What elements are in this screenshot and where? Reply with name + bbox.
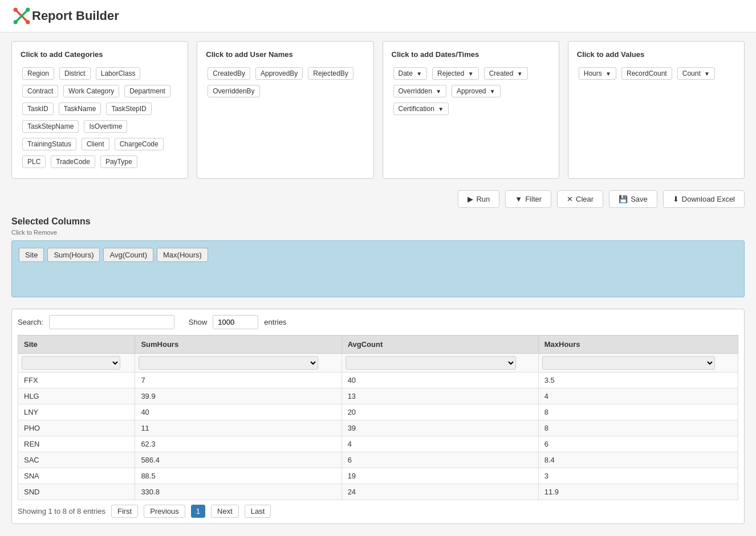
table-row: REN62.346 [18, 436, 738, 452]
table-cell: 39 [342, 420, 538, 436]
tag-button[interactable]: Work Category [63, 85, 119, 97]
tag-button[interactable]: Hours ▼ [579, 67, 616, 80]
tag-button[interactable]: TradeCode [51, 156, 95, 168]
tag-button[interactable]: Approved ▼ [452, 85, 501, 97]
table-header: SumHours [135, 335, 342, 354]
tag-button[interactable]: TaskStepID [106, 103, 151, 115]
table-cell: 13 [342, 388, 538, 404]
dropdown-arrow: ▼ [468, 71, 474, 77]
table-section: Search: Show entries SiteSumHoursAvgCoun… [11, 309, 745, 524]
tag-button[interactable]: TaskID [22, 103, 54, 115]
first-page-button[interactable]: First [111, 505, 138, 518]
table-cell: 40 [342, 373, 538, 388]
tag-button[interactable]: RecordCount [621, 67, 672, 80]
entries-label: entries [264, 318, 286, 326]
selected-column-button[interactable]: Sum(Hours) [47, 248, 100, 262]
tag-button[interactable]: ApprovedBy [255, 67, 303, 80]
dropdown-arrow: ▼ [704, 71, 710, 77]
page-title: Report Builder [32, 9, 119, 23]
table-row: HLG39.9134 [18, 388, 738, 404]
svg-point-4 [14, 20, 18, 24]
table-cell: 8.4 [538, 452, 738, 468]
tag-button[interactable]: Department [124, 85, 170, 97]
tag-button[interactable]: Date ▼ [393, 67, 428, 80]
tag-button[interactable]: Certification ▼ [393, 103, 449, 115]
filter-button[interactable]: ▼ Filter [505, 190, 551, 208]
run-icon: ▶ [468, 195, 473, 203]
table-cell: 6 [342, 452, 538, 468]
tag-button[interactable]: TaskName [59, 103, 101, 115]
clear-icon: ✕ [567, 195, 573, 203]
tag-button[interactable]: Count ▼ [677, 67, 715, 80]
table-cell: 6 [538, 436, 738, 452]
dropdown-arrow: ▼ [438, 106, 444, 112]
tag-button[interactable]: LaborClass [96, 67, 141, 80]
tag-button[interactable]: Created ▼ [484, 67, 528, 80]
table-cell: PHO [18, 420, 135, 436]
tag-button[interactable]: Region [22, 67, 54, 80]
table-header: Site [18, 335, 135, 354]
table-cell: REN [18, 436, 135, 452]
current-page: 1 [191, 505, 205, 518]
dropdown-arrow: ▼ [517, 71, 523, 77]
table-row: LNY40208 [18, 404, 738, 420]
run-button[interactable]: ▶ Run [458, 190, 499, 208]
category-title-datetimes: Click to add Dates/Times [392, 50, 550, 59]
selected-column-button[interactable]: Avg(Count) [103, 248, 153, 262]
category-box-usernames: Click to add User NamesCreatedByApproved… [197, 41, 373, 179]
main-content: Click to add CategoriesRegionDistrictLab… [0, 32, 756, 533]
table-cell: 11.9 [538, 484, 738, 500]
tag-button[interactable]: PayType [100, 156, 137, 168]
table-cell: FFX [18, 373, 135, 388]
dropdown-arrow: ▼ [436, 88, 441, 95]
table-row: FFX7403.5 [18, 373, 738, 388]
filter-cell [538, 354, 738, 373]
last-page-button[interactable]: Last [245, 505, 271, 518]
tag-button[interactable]: ChargeCode [115, 138, 164, 150]
next-page-button[interactable]: Next [211, 505, 239, 518]
save-button[interactable]: 💾 Save [609, 190, 657, 208]
tag-button[interactable]: CreatedBy [208, 67, 250, 80]
selected-column-button[interactable]: Max(Hours) [157, 248, 208, 262]
svg-point-2 [14, 8, 18, 12]
tag-button[interactable]: PLC [22, 156, 46, 168]
filter-cell [18, 354, 135, 373]
tag-button[interactable]: Client [82, 138, 109, 150]
selected-columns-title: Selected Columns [11, 216, 745, 227]
footer-text: Showing 1 to 8 of 8 entries [18, 507, 105, 515]
search-input[interactable] [49, 315, 174, 329]
category-box-values: Click to add ValuesHours ▼RecordCountCou… [568, 41, 745, 179]
filter-select[interactable] [22, 356, 120, 370]
table-cell: 8 [538, 404, 738, 420]
tag-button[interactable]: Contract [22, 85, 58, 97]
table-footer: Showing 1 to 8 of 8 entries First Previo… [18, 505, 738, 518]
table-cell: 24 [342, 484, 538, 500]
clear-button[interactable]: ✕ Clear [557, 190, 603, 208]
table-cell: 7 [135, 373, 342, 388]
entries-count-input[interactable] [213, 315, 258, 329]
table-controls: Search: Show entries [18, 315, 738, 329]
tag-button[interactable]: RejectedBy [308, 67, 353, 80]
tag-button[interactable]: TaskStepName [22, 120, 79, 133]
selected-column-button[interactable]: Site [19, 248, 44, 262]
table-cell: SND [18, 484, 135, 500]
filter-select[interactable] [542, 356, 716, 370]
filter-cell [342, 354, 538, 373]
tag-button[interactable]: District [59, 67, 91, 80]
filter-select[interactable] [139, 356, 318, 370]
table-cell: LNY [18, 404, 135, 420]
table-cell: 586.4 [135, 452, 342, 468]
tag-button[interactable]: Overridden ▼ [393, 85, 447, 97]
tag-button[interactable]: IsOvertime [84, 120, 127, 133]
download-excel-button[interactable]: ⬇ Download Excel [663, 190, 745, 208]
filter-select[interactable] [346, 356, 516, 370]
table-cell: 11 [135, 420, 342, 436]
table-header: AvgCount [342, 335, 538, 354]
actions-bar: ▶ Run ▼ Filter ✕ Clear 💾 Save ⬇ Download… [11, 190, 745, 208]
svg-point-3 [26, 8, 30, 12]
tag-button[interactable]: Rejected ▼ [432, 67, 479, 80]
tag-button[interactable]: OverriddenBy [208, 85, 259, 97]
previous-page-button[interactable]: Previous [144, 505, 185, 518]
tag-button[interactable]: TrainingStatus [22, 138, 76, 150]
logo-icon [11, 6, 32, 26]
